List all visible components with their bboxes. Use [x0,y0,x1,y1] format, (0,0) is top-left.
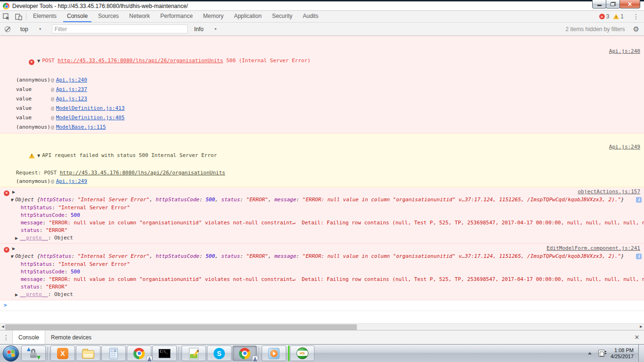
error-icon: × [4,190,9,196]
object-preview: ▼Object {httpStatus: "Internal Server Er… [0,253,644,261]
stack-link[interactable]: ModelBase.js:115 [56,124,106,130]
horizontal-scrollbar[interactable]: ◀ ▶ [0,323,644,330]
collapse-arrow-icon[interactable]: ▼ [10,255,13,259]
taskbar-item-notepad-plus-plus[interactable] [182,346,206,361]
stack-frame: (anonymous)@ModelBase.js:115 [0,123,644,132]
log-level-select[interactable]: Info ▼ [191,26,220,33]
error-icon: × [4,247,9,253]
taskbar-item-heidisql[interactable]: HS [290,346,314,361]
window-controls: ✕ [593,0,640,8]
divider [259,347,260,360]
notepad-plus-plus-icon [189,348,198,359]
settings-gear-icon[interactable]: ⚙ [633,25,639,33]
xampp-icon: X [57,348,68,359]
source-link[interactable]: Api.js:249 [609,143,640,151]
object-property: message: "ERROR: null value in column "o… [0,276,644,283]
power-plug-icon[interactable] [598,350,605,357]
stack-link[interactable]: Api.js:249 [56,178,87,184]
taskbar-item-chrome-active[interactable] [232,346,257,361]
tab-console[interactable]: Console [63,11,91,22]
source-link[interactable]: Api.js:240 [609,47,640,56]
collapse-arrow-icon[interactable]: ▼ [37,154,40,158]
taskbar-item-chrome[interactable] [127,346,151,361]
taskbar-item-calculator[interactable]: 0 [101,346,126,361]
warning-count-icon[interactable]: ! [613,14,619,19]
profile-badge-icon [147,356,152,362]
object-proto-row: ▶__proto__: Object [0,234,644,242]
context-value: top [20,26,28,33]
object-property: httpStatus: "Internal Server Error" [0,204,644,212]
request-url-link[interactable]: http://45.33.45.176:8080/lhs/api/26/orga… [58,58,223,64]
filter-input[interactable] [52,25,188,33]
taskbar-item-media-player[interactable] [262,346,286,361]
object-proto-row: ▶__proto__: Object [0,291,644,299]
minimize-button[interactable] [592,0,606,8]
tab-audits[interactable]: Audits [299,11,322,22]
drawer-tab-remote-devices[interactable]: Remote devices [45,330,97,344]
device-toolbar-button[interactable] [12,11,25,22]
folder-icon [82,350,94,359]
request-url-link[interactable]: http://45.33.45.176:8080/lhs/api/26/orga… [60,170,225,176]
expand-arrow-icon[interactable]: ▶ [15,293,18,297]
error-count[interactable]: 3 [606,13,610,20]
collapse-arrow-icon[interactable]: ▼ [10,198,13,202]
stack-link[interactable]: Api.js:237 [56,86,87,92]
show-desktop-button[interactable] [638,345,644,362]
scrollbar-thumb[interactable] [5,324,357,330]
expand-arrow-icon[interactable]: ▶ [12,247,15,251]
stack-link[interactable]: ModelDefinition.js:405 [56,115,125,121]
stack-frame: value@ModelDefinition.js:405 [0,113,644,123]
taskbar-item-command-prompt[interactable]: C:\_ [152,346,177,361]
clear-console-icon[interactable] [5,26,10,32]
console-message-network-error: Api.js:240 ×▼POST http://45.33.45.176:80… [0,36,644,133]
console-prompt[interactable]: > [0,300,644,311]
show-hidden-icons-button[interactable] [588,352,592,354]
taskbar-item-xampp[interactable]: X [50,346,75,361]
tab-memory[interactable]: Memory [199,11,227,22]
source-link[interactable]: objectActions.js:157 [578,188,640,196]
warning-count[interactable]: 1 [620,13,624,20]
info-icon[interactable]: i [636,197,642,203]
error-status: 500 (Internal Server Error) [223,58,310,64]
info-icon[interactable]: i [636,254,642,259]
tab-security[interactable]: Security [268,11,296,22]
profile-badge-icon [252,356,258,362]
tab-sources[interactable]: Sources [94,11,123,22]
restore-icon [611,2,616,6]
scroll-right-icon[interactable]: ▶ [638,324,644,330]
tab-performance[interactable]: Performance [157,11,197,22]
object-property: httpStatus: "Internal Server Error" [0,261,644,268]
execution-context-select[interactable]: top ▼ [17,26,45,33]
restore-button[interactable] [606,0,620,8]
stack-frame: value@Api.js:123 [0,94,644,104]
inspect-element-button[interactable] [0,11,12,22]
tab-network[interactable]: Network [125,11,154,22]
expand-arrow-icon[interactable]: ▶ [12,190,15,194]
chrome-icon [133,348,145,359]
drawer-tab-console[interactable]: Console [12,330,45,344]
tab-application[interactable]: Application [230,11,265,22]
taskbar-clock[interactable]: 1:08 PM 4/25/2017 [611,347,638,360]
error-method: POST [42,58,58,64]
close-button[interactable]: ✕ [619,0,640,8]
error-count-icon[interactable]: × [599,14,605,19]
stack-frame: value@Api.js:237 [0,85,644,94]
clock-date: 4/25/2017 [611,354,634,360]
stack-link[interactable]: Api.js:123 [56,96,87,102]
drawer-close-icon[interactable]: ✕ [630,330,644,344]
hidden-items-note: 2 items hidden by filters [565,26,625,33]
taskbar-item-explorer[interactable] [76,346,100,361]
collapse-arrow-icon[interactable]: ▼ [37,59,40,63]
taskbar-item-skype[interactable]: S [207,346,231,361]
start-button[interactable] [1,345,21,362]
devtools-menu-button[interactable]: ⋮ [630,13,642,20]
expand-arrow-icon[interactable]: ▶ [15,236,18,240]
drawer-menu-button[interactable]: ⋮ [0,330,12,344]
stack-frame: value@ModelDefinition.js:413 [0,104,644,113]
stack-link[interactable]: ModelDefinition.js:413 [56,105,125,111]
source-link[interactable]: EditModelForm.component.js:241 [546,245,640,252]
taskbar-item-secure-transfer[interactable] [21,346,46,361]
tab-elements[interactable]: Elements [29,11,60,22]
windows-start-icon [3,346,19,362]
stack-link[interactable]: Api.js:240 [56,77,87,83]
